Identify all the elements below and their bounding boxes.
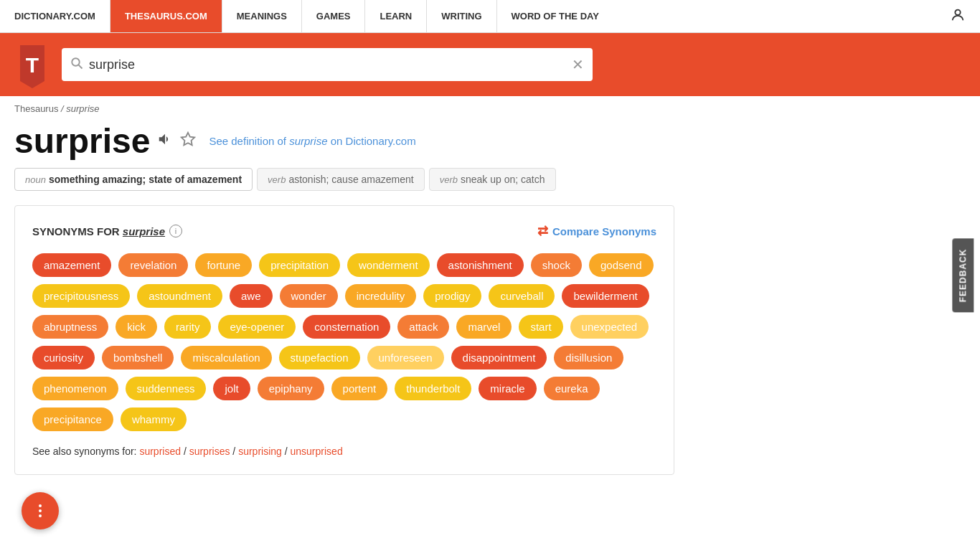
synonym-pill[interactable]: precipitance — [32, 408, 113, 431]
nav-thesaurus[interactable]: THESAURUS.COM — [110, 0, 222, 32]
synonym-pill[interactable]: astonishment — [437, 253, 524, 277]
see-also-surprises[interactable]: surprises — [189, 446, 230, 457]
svg-marker-4 — [182, 133, 194, 145]
synonym-pill[interactable]: miscalculation — [181, 346, 271, 369]
nav-links: MEANINGS GAMES LEARN WRITING WORD OF THE… — [222, 0, 936, 32]
nav-games[interactable]: GAMES — [301, 0, 365, 32]
synonym-pill[interactable]: wonder — [280, 284, 338, 308]
synonym-pill[interactable]: kick — [116, 315, 157, 339]
synonyms-word: surprise — [123, 225, 165, 237]
definition-link[interactable]: See definition of surprise on Dictionary… — [209, 135, 415, 147]
nav-meanings[interactable]: MEANINGS — [222, 0, 301, 32]
synonym-pill[interactable]: jolt — [213, 377, 250, 400]
synonym-pill[interactable]: disappointment — [451, 346, 547, 369]
search-bar: ✕ — [62, 48, 593, 81]
svg-point-0 — [955, 10, 960, 15]
synonym-pill[interactable]: bombshell — [102, 346, 174, 369]
synonyms-title: SYNONYMS FOR surprise — [32, 225, 165, 237]
synonym-pill[interactable]: wonderment — [347, 253, 430, 277]
search-clear-icon[interactable]: ✕ — [572, 57, 584, 72]
synonym-pill[interactable]: abruptness — [32, 315, 108, 339]
synonym-pill[interactable]: awe — [230, 284, 273, 308]
tab-noun-amazement[interactable]: nounsomething amazing; state of amazemen… — [14, 168, 253, 191]
tab-verb-sneak[interactable]: verbsneak up on; catch — [429, 168, 556, 191]
main-content: surprise See definition of surprise on D… — [0, 121, 689, 501]
synonym-pill[interactable]: unforeseen — [367, 346, 444, 369]
synonym-pill[interactable]: precipitousness — [32, 284, 130, 308]
site-header: T ✕ — [0, 33, 980, 96]
breadcrumb-thesaurus-link[interactable]: Thesaurus — [14, 103, 58, 114]
svg-text:T: T — [26, 53, 39, 77]
synonym-pill[interactable]: marvel — [456, 315, 512, 339]
nav-writing[interactable]: WRITING — [426, 0, 496, 32]
synonym-pill[interactable]: precipitation — [259, 253, 340, 277]
synonym-pill[interactable]: attack — [397, 315, 449, 339]
synonym-pill[interactable]: consternation — [303, 315, 390, 339]
account-icon[interactable] — [936, 7, 980, 25]
pos-tabs: nounsomething amazing; state of amazemen… — [14, 168, 674, 191]
synonym-pill[interactable]: start — [519, 315, 562, 339]
see-also-surprised[interactable]: surprised — [139, 446, 181, 457]
compare-synonyms-button[interactable]: ⇄ Compare Synonyms — [537, 223, 656, 239]
synonym-pill[interactable]: prodigy — [423, 284, 481, 308]
synonym-pill[interactable]: eye-opener — [218, 315, 296, 339]
synonym-pill[interactable]: miracle — [479, 377, 536, 400]
synonym-pill[interactable]: thunderbolt — [395, 377, 471, 400]
svg-point-2 — [72, 58, 80, 66]
synonym-pill[interactable]: bewilderment — [562, 284, 649, 308]
site-logo[interactable]: T — [14, 45, 50, 85]
synonym-pill[interactable]: unexpected — [570, 315, 649, 339]
synonym-pill[interactable]: revelation — [118, 253, 188, 277]
synonym-pill[interactable]: disillusion — [554, 346, 623, 369]
synonym-pill[interactable]: rarity — [164, 315, 211, 339]
search-icon — [70, 57, 83, 73]
synonym-pill[interactable]: astoundment — [137, 284, 222, 308]
nav-learn[interactable]: LEARN — [364, 0, 426, 32]
page-title: surprise — [14, 121, 150, 161]
synonyms-card: SYNONYMS FOR surprise i ⇄ Compare Synony… — [14, 205, 674, 475]
synonym-pill[interactable]: epiphany — [258, 377, 324, 400]
synonym-pill[interactable]: godsend — [589, 253, 654, 277]
compare-arrows-icon: ⇄ — [537, 223, 548, 239]
synonym-pill[interactable]: whammy — [121, 408, 187, 431]
synonyms-pills: amazementrevelationfortuneprecipitationw… — [32, 253, 656, 431]
svg-line-3 — [79, 65, 83, 68]
see-also: See also synonyms for: surprised / surpr… — [32, 446, 656, 457]
star-icon[interactable] — [180, 131, 196, 151]
synonym-pill[interactable]: amazement — [32, 253, 111, 277]
synonym-pill[interactable]: curiosity — [32, 346, 95, 369]
synonym-pill[interactable]: stupefaction — [279, 346, 360, 369]
synonym-pill[interactable]: fortune — [195, 253, 252, 277]
nav-word-of-day[interactable]: WORD OF THE DAY — [496, 0, 613, 32]
synonym-pill[interactable]: shock — [531, 253, 582, 277]
nav-dict[interactable]: DICTIONARY.COM — [0, 0, 110, 32]
audio-icon[interactable] — [157, 131, 173, 151]
breadcrumb-word: surprise — [66, 103, 99, 114]
synonym-pill[interactable]: phenomenon — [32, 377, 118, 400]
see-also-unsurprised[interactable]: unsurprised — [291, 446, 343, 457]
info-icon[interactable]: i — [169, 225, 182, 237]
top-nav: DICTIONARY.COM THESAURUS.COM MEANINGS GA… — [0, 0, 980, 33]
see-also-prefix: See also synonyms for: — [32, 446, 139, 457]
synonym-pill[interactable]: suddenness — [126, 377, 207, 400]
compare-synonyms-label: Compare Synonyms — [552, 225, 656, 237]
synonyms-header: SYNONYMS FOR surprise i ⇄ Compare Synony… — [32, 223, 656, 239]
see-also-surprising[interactable]: surprising — [238, 446, 282, 457]
synonym-pill[interactable]: curveball — [489, 284, 555, 308]
feedback-button[interactable]: FEEDBACK — [953, 239, 974, 313]
synonym-pill[interactable]: eureka — [544, 377, 600, 400]
synonym-pill[interactable]: portent — [331, 377, 388, 400]
tab-verb-astonish[interactable]: verbastonish; cause amazement — [257, 168, 425, 191]
search-input[interactable] — [89, 57, 572, 72]
synonym-pill[interactable]: incredulity — [345, 284, 417, 308]
word-title-row: surprise See definition of surprise on D… — [14, 121, 674, 161]
breadcrumb: Thesaurus / surprise — [0, 96, 980, 121]
